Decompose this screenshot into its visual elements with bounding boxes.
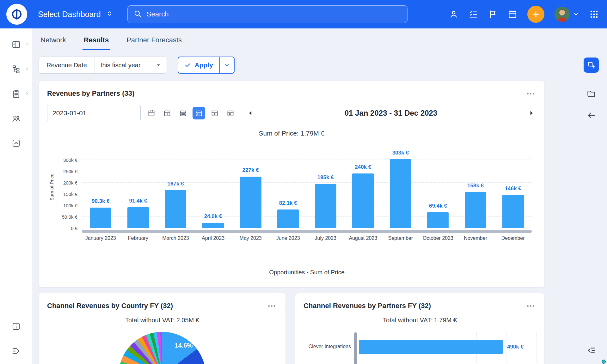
info-button[interactable]: [11, 322, 21, 331]
partner-bar[interactable]: [359, 340, 503, 354]
tab-partner-forecasts[interactable]: Partner Forecasts: [125, 33, 183, 50]
apply-button-group: Apply: [178, 57, 235, 74]
chevron-left-icon: [247, 110, 254, 117]
bar[interactable]: [277, 209, 299, 228]
caret-down-icon: [156, 63, 161, 68]
arrow-left-icon: [586, 111, 596, 120]
back-button[interactable]: [584, 111, 599, 120]
date-input[interactable]: [47, 105, 141, 121]
apps-grid-icon: [589, 9, 599, 19]
apps-grid-button[interactable]: [589, 9, 599, 19]
sidebar-item-hierarchy[interactable]: [0, 64, 32, 74]
panel-collapse-button[interactable]: [584, 346, 599, 355]
bar-value-label: 195k €: [317, 174, 334, 181]
sidebar-item-dashboards[interactable]: [0, 40, 32, 49]
bar[interactable]: [315, 184, 336, 228]
bar[interactable]: [90, 208, 111, 228]
calendar-week-view-button[interactable]: [177, 107, 189, 119]
search-input[interactable]: [146, 10, 402, 19]
chart-caption: Opportunities - Sum of Price: [82, 269, 532, 276]
calendar-year-view-button[interactable]: [224, 107, 237, 119]
calendar-month-view-button[interactable]: [193, 107, 205, 119]
sidebar-expand-button[interactable]: [11, 346, 21, 356]
sidebar-item-contacts[interactable]: [0, 114, 32, 123]
card-title: Channel Revenues by Partners FY (32): [304, 302, 431, 310]
filter-field-button[interactable]: Revenue Date: [39, 57, 95, 73]
apply-dropdown-button[interactable]: [219, 57, 234, 73]
plus-icon: [532, 10, 540, 18]
calendar-picker-button[interactable]: [145, 107, 158, 119]
filter-value-select[interactable]: this fiscal year: [95, 57, 167, 73]
y-tick-label: 50.0k €: [62, 214, 77, 220]
bar-value-label: 303k €: [392, 150, 409, 156]
category-label: Clever Integrations: [304, 332, 354, 364]
calendar-day-view-button[interactable]: [161, 107, 174, 119]
tab-results[interactable]: Results: [83, 33, 110, 50]
x-axis-label: February: [120, 235, 157, 241]
folder-button[interactable]: [584, 89, 599, 99]
app-logo[interactable]: [6, 4, 27, 25]
bar-slot: 303k €: [382, 146, 420, 228]
folder-icon: [586, 89, 596, 99]
bar[interactable]: [240, 177, 261, 228]
user-avatar[interactable]: [555, 7, 570, 22]
bar-value-label: 158k €: [467, 183, 484, 189]
bar[interactable]: [427, 212, 449, 228]
selector-sort-icon: [106, 10, 113, 19]
calendar-view-switcher: [145, 107, 237, 119]
calendar-quarter-view-button[interactable]: [208, 107, 221, 119]
bar-slot: 90.3k €: [82, 146, 120, 228]
y-tick-label: 0 €: [71, 226, 77, 231]
global-search: [127, 5, 408, 23]
scrollbar-thumb[interactable]: [354, 332, 357, 364]
bar-slot: 158k €: [457, 146, 494, 228]
tab-network[interactable]: Network: [39, 33, 67, 50]
bar[interactable]: [465, 192, 486, 228]
sidebar-item-forms[interactable]: [0, 89, 32, 99]
previous-period-button[interactable]: [246, 108, 255, 118]
expand-icon: [11, 346, 21, 356]
v-gridline: [536, 332, 536, 364]
y-tick-label: 250k €: [63, 169, 77, 174]
bar-value-label: 91.4k €: [129, 198, 147, 204]
chevron-right-icon: [528, 110, 535, 117]
calendar-button[interactable]: [508, 9, 517, 19]
bar-value-label: 227k €: [242, 167, 259, 173]
revenues-by-partners-card: Revenues by Partners (33): [39, 81, 545, 288]
revenue-plot: Sum of Price 0 €50.0k €100k €150k €200k …: [82, 146, 532, 228]
chart-title: Total without VAT: 1.79M €: [304, 317, 536, 325]
apply-button[interactable]: Apply: [178, 57, 219, 73]
chevron-down-icon: [573, 11, 579, 17]
bar[interactable]: [390, 159, 411, 228]
chevron-right-icon: [25, 42, 29, 47]
pie-slice-label: 14.6%: [172, 342, 196, 349]
user-button[interactable]: [449, 9, 458, 19]
tasks-button[interactable]: [469, 9, 478, 19]
bar[interactable]: [165, 190, 186, 228]
card-menu-button[interactable]: [525, 91, 536, 96]
card-menu-button[interactable]: [266, 303, 277, 309]
bar[interactable]: [352, 173, 374, 228]
card-menu-button[interactable]: [525, 303, 536, 309]
flag-button[interactable]: [488, 9, 498, 19]
sidebar-item-archive[interactable]: [0, 138, 32, 148]
chart-title: Sum of Price: 1.79M €: [47, 130, 536, 138]
avatar-menu-button[interactable]: [573, 11, 579, 17]
add-widget-button[interactable]: [584, 58, 599, 73]
bar[interactable]: [127, 207, 149, 228]
x-axis-label: October 2023: [419, 235, 457, 241]
x-axis-label: August 2023: [344, 235, 382, 241]
x-axis-label: November: [457, 235, 494, 241]
check-icon: [185, 62, 191, 68]
partner-bar-chart: Clever Integrations 490k €: [304, 332, 536, 364]
flag-icon: [488, 9, 498, 19]
quick-add-button[interactable]: [527, 6, 544, 23]
next-period-button[interactable]: [527, 108, 536, 118]
chart-vertical-scrollbar[interactable]: [354, 332, 357, 364]
left-sidebar: [0, 28, 32, 364]
bar[interactable]: [502, 195, 524, 228]
chart-scrollbar[interactable]: [82, 230, 532, 233]
bar-slot: 82.1k €: [269, 146, 307, 228]
bar[interactable]: [202, 223, 224, 228]
dashboard-selector[interactable]: Select Dashboard: [38, 10, 113, 19]
